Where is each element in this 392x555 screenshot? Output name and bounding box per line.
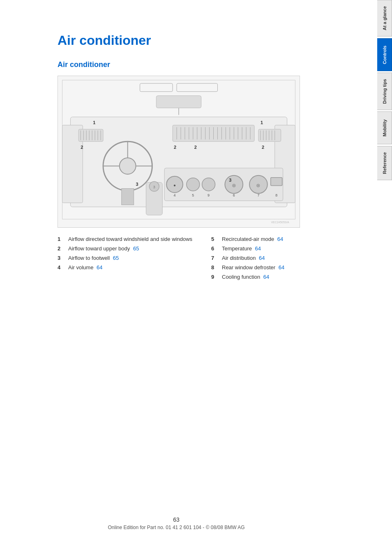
item-text: Temperature 64 [222,245,261,252]
item-number: 3 [58,255,66,261]
svg-point-57 [202,178,215,191]
svg-text:1: 1 [93,120,95,125]
svg-text:3: 3 [153,185,155,190]
item-number: 5 [211,236,219,242]
list-item: 2Airflow toward upper body 65 [58,245,199,252]
list-item: 5Recirculated-air mode 64 [211,236,353,242]
page-number: 63 [0,516,353,523]
svg-point-10 [120,158,136,174]
svg-rect-65 [271,178,282,186]
svg-text:3: 3 [229,178,231,183]
item-page-ref[interactable]: 64 [279,264,284,271]
list-item: 9Cooling function 64 [211,274,353,280]
svg-rect-4 [156,96,201,108]
main-content: Air conditioner Air conditioner [0,0,377,555]
item-text: Airflow toward upper body 65 [68,245,139,252]
svg-text:8: 8 [275,193,277,197]
list-item: 7Air distribution 64 [211,255,353,261]
item-number: 9 [211,274,219,280]
svg-text:2: 2 [262,145,264,150]
page-title: Air conditioner [58,33,353,48]
footer-text: Online Edition for Part no. 01 41 2 601 … [0,525,353,530]
item-page-ref[interactable]: 64 [263,274,269,280]
item-page-ref[interactable]: 64 [97,264,102,271]
svg-text:◎: ◎ [232,183,236,187]
item-number: 8 [211,264,219,271]
svg-text:1: 1 [261,120,263,125]
item-number: 4 [58,264,66,271]
sidebar-tab-driving-tips[interactable]: Driving tips [377,73,392,110]
item-text: Airflow to footwell 65 [68,255,119,261]
svg-text:5: 5 [192,193,194,197]
item-page-ref[interactable]: 65 [113,255,119,261]
svg-text:2: 2 [194,145,197,150]
item-number: 2 [58,245,66,252]
item-text: Air distribution 64 [222,255,265,261]
item-page-ref[interactable]: 64 [277,236,283,242]
svg-text:3: 3 [136,182,138,187]
svg-text:●: ● [173,183,176,187]
item-text: Cooling function 64 [222,274,269,280]
item-number: 1 [58,236,66,242]
sidebar-tab-controls[interactable]: Controls [377,38,392,71]
svg-text:9: 9 [208,193,210,197]
item-number: 6 [211,245,219,252]
item-text: Recirculated-air mode 64 [222,236,283,242]
list-item: 1Airflow directed toward windshield and … [58,236,199,242]
item-page-ref[interactable]: 64 [259,255,265,261]
page-footer: 63 Online Edition for Part no. 01 41 2 6… [0,516,353,530]
sidebar-tab-reference[interactable]: Reference [377,146,392,180]
section-title: Air conditioner [58,60,353,69]
list-item: 6Temperature 64 [211,245,353,252]
items-list: 1Airflow directed toward windshield and … [58,236,353,283]
item-text: Air volume 64 [68,264,103,271]
svg-rect-35 [78,129,103,141]
svg-text:6: 6 [233,193,235,197]
item-number: 7 [211,255,219,261]
left-col: 1Airflow directed toward windshield and … [58,236,199,283]
list-item: 8Rear window defroster 64 [211,264,353,271]
svg-rect-44 [258,129,281,141]
svg-text:7: 7 [257,193,259,197]
svg-text:2: 2 [174,145,176,150]
item-page-ref[interactable]: 64 [255,245,261,252]
svg-text:2: 2 [81,145,83,150]
svg-text:VEC245053/A: VEC245053/A [271,221,289,224]
svg-text:◎: ◎ [256,183,260,187]
item-page-ref[interactable]: 65 [133,245,139,252]
item-text: Airflow directed toward windshield and s… [68,236,192,242]
sidebar-tabs: At a glanceControlsDriving tipsMobilityR… [377,0,392,555]
list-item: 3Airflow to footwell 65 [58,255,199,261]
sidebar-tab-at-a-glance[interactable]: At a glance [377,0,392,37]
svg-rect-14 [122,189,134,205]
svg-text:4: 4 [174,193,176,197]
sidebar-tab-mobility[interactable]: Mobility [377,111,392,144]
right-col: 5Recirculated-air mode 646Temperature 64… [211,236,353,283]
page-container: Air conditioner Air conditioner [0,0,392,555]
car-diagram: ● 4 5 9 ◎ 6 ◎ 7 8 [58,76,300,228]
svg-point-55 [187,178,200,191]
list-item: 4Air volume 64 [58,264,199,271]
item-text: Rear window defroster 64 [222,264,284,271]
